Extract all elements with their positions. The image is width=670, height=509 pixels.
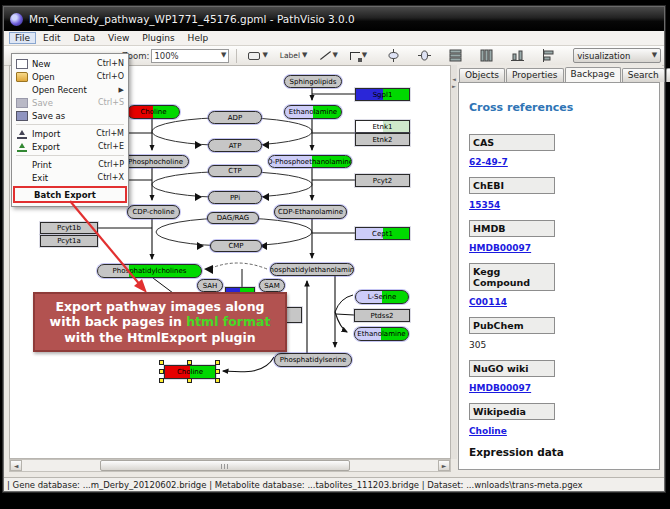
crossref-section-chebi: ChEBI15354 (469, 177, 659, 210)
menu-item-export[interactable]: ExportCtrl+E (13, 140, 127, 153)
crossref-link[interactable]: 62-49-7 (469, 157, 659, 167)
visualization-value: visualization (577, 51, 630, 61)
align-vertical-center-button[interactable] (383, 47, 404, 64)
connector-icon (350, 52, 360, 60)
align-horizontal-center-button[interactable] (414, 47, 435, 64)
menu-item-open-recent[interactable]: Open Recent▶ (13, 83, 127, 96)
line-tool-button[interactable]: ▼ (315, 48, 341, 63)
zoom-combobox[interactable]: 100% ▼ (151, 49, 229, 63)
crossref-section-hmdb: HMDBHMDB00097 (469, 220, 659, 253)
menu-file[interactable]: File (9, 32, 36, 44)
selection-handle[interactable] (215, 369, 220, 374)
stack-vertical-button[interactable] (445, 47, 466, 64)
menu-item-open[interactable]: OpenCtrl+O (13, 70, 127, 83)
collapse-left-icon[interactable]: ◄ (452, 77, 456, 82)
menu-item-label: New (32, 59, 97, 69)
menu-item-label: Print (32, 160, 98, 170)
node-phosphatidylethanolamine[interactable]: Phosphatidylethanolamine (270, 263, 354, 276)
tab-legend[interactable]: Legend (666, 68, 670, 82)
menu-edit[interactable]: Edit (37, 32, 66, 44)
scroll-right-icon[interactable]: ► (438, 460, 450, 471)
gene-box-etnk2[interactable]: Etnk2 (355, 133, 410, 146)
save-icon (16, 98, 28, 108)
menu-shortcut: Ctrl+X (98, 173, 124, 182)
collapse-right-icon[interactable]: ► (452, 84, 456, 89)
node-choline-selected[interactable]: Choline (164, 365, 216, 379)
node-atp[interactable]: ATP (208, 139, 262, 152)
gene-box-ptdss2[interactable]: Ptdss2 (354, 309, 410, 322)
node-ctp[interactable]: CTP (208, 165, 262, 177)
node-sah[interactable]: SAH (197, 279, 223, 292)
crossref-link[interactable]: HMDB00097 (469, 383, 659, 393)
selection-handle[interactable] (159, 360, 164, 365)
align-bottom-button[interactable] (507, 47, 528, 64)
menu-item-exit[interactable]: ExitCtrl+X (13, 171, 127, 184)
tab-objects[interactable]: Objects (459, 68, 505, 82)
visualization-combobox[interactable]: visualization ▼ (573, 48, 661, 63)
node-ppi[interactable]: PPi (208, 191, 262, 204)
node-cmp[interactable]: CMP (210, 240, 262, 252)
stack-horizontal-button[interactable] (476, 47, 497, 64)
menu-item-import[interactable]: ImportCtrl+M (13, 127, 127, 140)
menu-item-print[interactable]: PrintCtrl+P (13, 158, 127, 171)
crossref-link[interactable]: C00114 (469, 297, 659, 307)
gene-box-etnk1[interactable]: Etnk1 (355, 120, 410, 133)
node-cdp-ethanolamine[interactable]: CDP-Ethanolamine (274, 205, 347, 219)
datanode-icon (248, 52, 260, 60)
node-phosphatidylcholines[interactable]: Phosphatidylcholines (97, 264, 202, 278)
node-phosphatidylserine[interactable]: Phosphatidylserine (274, 353, 352, 367)
node-choline-top[interactable]: Choline (127, 105, 180, 119)
datanode-tool-button[interactable]: ▼ (244, 50, 271, 62)
crossref-link[interactable]: Choline (469, 426, 659, 436)
node-sam[interactable]: SAM (259, 279, 285, 292)
node-phosphocholine[interactable]: Phosphocholine (122, 155, 189, 168)
selection-handle[interactable] (215, 360, 220, 365)
tab-backpage[interactable]: Backpage (565, 67, 621, 83)
gene-box-pcyt1a[interactable]: Pcyt1a (40, 235, 98, 247)
selection-handle[interactable] (215, 378, 220, 383)
selection-handle[interactable] (187, 378, 192, 383)
gene-box-cept1[interactable]: Cept1 (355, 227, 410, 240)
menu-item-save[interactable]: SaveCtrl+S (13, 96, 127, 109)
node-ethanolamine-top[interactable]: Ethanolamine (284, 105, 342, 119)
crossref-database-name: Wikipedia (469, 403, 555, 420)
align-left-button[interactable] (538, 47, 559, 64)
menu-help[interactable]: Help (182, 32, 215, 44)
connector-tool-button[interactable]: ▼ (346, 50, 371, 62)
node-adp[interactable]: ADP (208, 111, 262, 124)
gene-box-sgpl1[interactable]: Sgpl1 (355, 88, 410, 101)
selection-handle[interactable] (187, 360, 192, 365)
crossref-database-name: Kegg Compound (469, 263, 555, 291)
selection-handle[interactable] (159, 369, 164, 374)
menu-view[interactable]: View (102, 32, 135, 44)
scroll-left-icon[interactable]: ◄ (10, 460, 22, 471)
node-o-phosphoethanolamine[interactable]: O-Phosphoethanolamine (268, 155, 352, 168)
title-bar[interactable]: Mm_Kennedy_pathway_WP1771_45176.gpml - P… (4, 7, 664, 31)
tab-search[interactable]: Search (622, 68, 665, 82)
gene-box-pcyt1b[interactable]: Pcyt1b (40, 222, 98, 234)
gene-box-pcyt2[interactable]: Pcyt2 (355, 174, 410, 187)
align-horizontal-center-icon (418, 49, 431, 62)
node-sphingolipids[interactable]: Sphingolipids (284, 75, 342, 88)
callout-text: with the HtmlExport plugin (64, 330, 255, 345)
label-tool-button[interactable]: Label ▼ (276, 49, 312, 62)
crossref-link[interactable]: HMDB00097 (469, 243, 659, 253)
horizontal-scrollbar[interactable]: ◄ ► (9, 459, 451, 472)
gene-box-pisd[interactable] (285, 307, 302, 323)
node-ethanolamine-bottom[interactable]: Ethanolamine (354, 327, 409, 341)
tab-properties[interactable]: Properties (506, 68, 563, 82)
menu-item-save-as[interactable]: Save as (13, 109, 127, 122)
scrollbar-thumb[interactable] (100, 460, 350, 471)
selection-handle[interactable] (159, 378, 164, 383)
backpage-panel[interactable]: Cross references CAS62-49-7ChEBI15354HMD… (458, 82, 660, 470)
node-l-serine[interactable]: L-Serine (355, 290, 409, 304)
menu-plugins[interactable]: Plugins (136, 32, 180, 44)
node-dag-rag[interactable]: DAG/RAG (207, 212, 259, 224)
menu-data[interactable]: Data (68, 32, 102, 44)
menu-item-batch-export[interactable]: Batch Export (13, 186, 127, 203)
menu-item-label: Open (32, 72, 97, 82)
menu-item-new[interactable]: NewCtrl+N (13, 57, 127, 70)
node-cdp-choline[interactable]: CDP-choline (127, 205, 180, 219)
menu-shortcut: Ctrl+P (98, 160, 124, 169)
crossref-link[interactable]: 15354 (469, 200, 659, 210)
